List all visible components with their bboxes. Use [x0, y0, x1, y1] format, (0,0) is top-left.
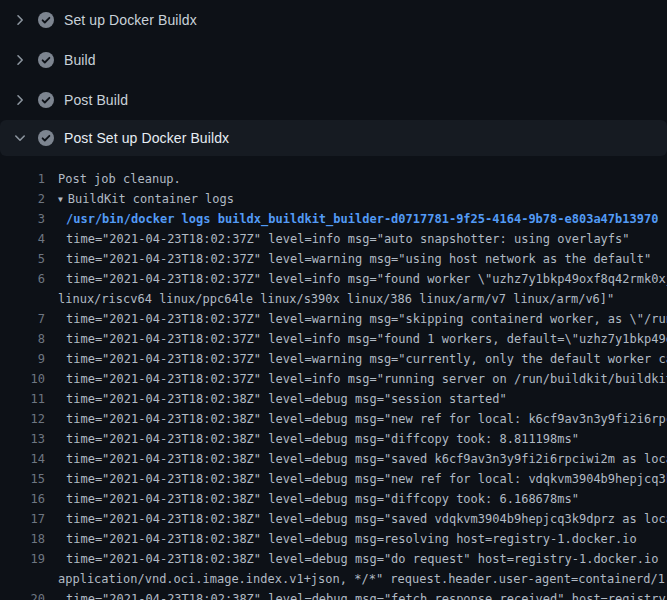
log-line-text: time="2021-04-23T18:02:37Z" level=warnin… [45, 309, 667, 329]
step-header-post-set-up-docker-buildx[interactable]: Post Set up Docker Buildx [0, 120, 667, 156]
log-line-text: time="2021-04-23T18:02:38Z" level=debug … [45, 449, 667, 469]
log-line-11: 11 time="2021-04-23T18:02:38Z" level=deb… [0, 389, 667, 409]
log-line-content: time="2021-04-23T18:02:37Z" level=warnin… [66, 252, 651, 266]
log-line-content: time="2021-04-23T18:02:38Z" level=debug … [66, 592, 667, 600]
log-line-wrap: linux/riscv64 linux/ppc64le linux/s390x … [0, 289, 667, 309]
log-area: 1 Post job cleanup. 2 ▼BuildKit containe… [0, 156, 667, 600]
log-line-text: linux/riscv64 linux/ppc64le linux/s390x … [45, 289, 614, 309]
chevron-down-icon[interactable] [12, 130, 28, 146]
log-line-text: time="2021-04-23T18:02:38Z" level=debug … [45, 589, 667, 600]
log-line-text: application/vnd.oci.image.index.v1+json,… [45, 569, 667, 589]
log-line-4: 4 time="2021-04-23T18:02:37Z" level=info… [0, 229, 667, 249]
log-line-number[interactable]: 1 [0, 169, 45, 189]
step-header-set-up-docker-buildx[interactable]: Set up Docker Buildx [0, 0, 667, 40]
log-line-text: time="2021-04-23T18:02:37Z" level=warnin… [45, 249, 651, 269]
log-line-number[interactable]: 16 [0, 489, 45, 509]
log-line-13: 13 time="2021-04-23T18:02:38Z" level=deb… [0, 429, 667, 449]
log-line-content: time="2021-04-23T18:02:37Z" level=info m… [66, 332, 667, 346]
log-line-12: 12 time="2021-04-23T18:02:38Z" level=deb… [0, 409, 667, 429]
log-line-text: /usr/bin/docker logs buildx_buildkit_bui… [45, 209, 658, 229]
log-line-text: time="2021-04-23T18:02:38Z" level=debug … [45, 549, 667, 569]
log-line-number[interactable]: 10 [0, 369, 45, 389]
log-line-content: application/vnd.oci.image.index.v1+json,… [58, 572, 667, 586]
check-circle-icon [38, 92, 54, 108]
log-line-number[interactable]: 18 [0, 529, 45, 549]
log-line-text: time="2021-04-23T18:02:38Z" level=debug … [45, 509, 667, 529]
chevron-right-icon[interactable] [12, 12, 28, 28]
check-circle-icon [38, 12, 54, 28]
log-line-number[interactable]: 20 [0, 589, 45, 600]
log-line-text: time="2021-04-23T18:02:38Z" level=debug … [45, 429, 579, 449]
log-line-number[interactable]: 3 [0, 209, 45, 229]
log-line-number[interactable]: 19 [0, 549, 45, 569]
steps-list: Set up Docker Buildx Build P [0, 0, 667, 156]
log-line-number[interactable]: 17 [0, 509, 45, 529]
log-line-text: time="2021-04-23T18:02:37Z" level=warnin… [45, 349, 667, 369]
chevron-right-icon[interactable] [12, 52, 28, 68]
log-line-19: 19 time="2021-04-23T18:02:38Z" level=deb… [0, 549, 667, 569]
log-line-wrap: application/vnd.oci.image.index.v1+json,… [0, 569, 667, 589]
log-line-number[interactable]: 13 [0, 429, 45, 449]
log-line-7: 7 time="2021-04-23T18:02:37Z" level=warn… [0, 309, 667, 329]
log-line-number[interactable]: 4 [0, 229, 45, 249]
log-line-5: 5 time="2021-04-23T18:02:37Z" level=warn… [0, 249, 667, 269]
log-line-content: linux/riscv64 linux/ppc64le linux/s390x … [58, 292, 614, 306]
step-label: Post Set up Docker Buildx [64, 130, 229, 146]
log-line-text: time="2021-04-23T18:02:38Z" level=debug … [45, 389, 507, 409]
check-circle-icon [38, 130, 54, 146]
log-line-content: time="2021-04-23T18:02:37Z" level=info m… [66, 272, 667, 286]
log-line-10: 10 time="2021-04-23T18:02:37Z" level=inf… [0, 369, 667, 389]
step-label: Build [64, 52, 96, 68]
log-line-content: time="2021-04-23T18:02:38Z" level=debug … [66, 512, 667, 526]
log-line-content: time="2021-04-23T18:02:37Z" level=warnin… [66, 352, 667, 366]
log-line-content: Post job cleanup. [58, 172, 181, 186]
log-line-text: time="2021-04-23T18:02:38Z" level=debug … [45, 409, 667, 429]
log-line-text: ▼BuildKit container logs [45, 189, 234, 209]
log-line-14: 14 time="2021-04-23T18:02:38Z" level=deb… [0, 449, 667, 469]
log-line-text: time="2021-04-23T18:02:37Z" level=info m… [45, 369, 667, 389]
log-line-number[interactable]: 7 [0, 309, 45, 329]
step-header-post-build[interactable]: Post Build [0, 80, 667, 120]
log-line-number[interactable]: 15 [0, 469, 45, 489]
log-line-number[interactable] [0, 289, 45, 309]
log-line-content: BuildKit container logs [68, 192, 234, 206]
group-collapse-triangle-icon[interactable]: ▼ [58, 195, 63, 204]
log-line-number[interactable]: 9 [0, 349, 45, 369]
log-line-text: time="2021-04-23T18:02:37Z" level=info m… [45, 329, 667, 349]
log-line-number[interactable]: 8 [0, 329, 45, 349]
log-line-18: 18 time="2021-04-23T18:02:38Z" level=deb… [0, 529, 667, 549]
log-line-number[interactable]: 2 [0, 189, 45, 209]
log-line-number[interactable] [0, 569, 45, 589]
log-line-number[interactable]: 14 [0, 449, 45, 469]
log-line-2: 2 ▼BuildKit container logs [0, 189, 667, 209]
step-header-build[interactable]: Build [0, 40, 667, 80]
log-line-number[interactable]: 6 [0, 269, 45, 289]
log-line-17: 17 time="2021-04-23T18:02:38Z" level=deb… [0, 509, 667, 529]
log-line-content: /usr/bin/docker logs buildx_buildkit_bui… [66, 212, 658, 226]
log-line-content: time="2021-04-23T18:02:38Z" level=debug … [66, 472, 667, 486]
step-label: Post Build [64, 92, 128, 108]
log-line-text: time="2021-04-23T18:02:38Z" level=debug … [45, 489, 579, 509]
log-line-number[interactable]: 5 [0, 249, 45, 269]
log-line-3: 3 /usr/bin/docker logs buildx_buildkit_b… [0, 209, 667, 229]
log-line-content: time="2021-04-23T18:02:38Z" level=debug … [66, 452, 667, 466]
log-line-content: time="2021-04-23T18:02:38Z" level=debug … [66, 432, 579, 446]
log-line-number[interactable]: 11 [0, 389, 45, 409]
step-label: Set up Docker Buildx [64, 12, 197, 28]
log-line-content: time="2021-04-23T18:02:38Z" level=debug … [66, 492, 579, 506]
chevron-right-icon[interactable] [12, 92, 28, 108]
log-line-content: time="2021-04-23T18:02:38Z" level=debug … [66, 552, 667, 566]
log-line-text: Post job cleanup. [45, 169, 181, 189]
log-line-20: 20 time="2021-04-23T18:02:38Z" level=deb… [0, 589, 667, 600]
log-line-text: time="2021-04-23T18:02:38Z" level=debug … [45, 469, 667, 489]
log-line-9: 9 time="2021-04-23T18:02:37Z" level=warn… [0, 349, 667, 369]
log-line-content: time="2021-04-23T18:02:38Z" level=debug … [66, 532, 637, 546]
log-line-16: 16 time="2021-04-23T18:02:38Z" level=deb… [0, 489, 667, 509]
log-line-content: time="2021-04-23T18:02:37Z" level=info m… [66, 372, 667, 386]
log-line-text: time="2021-04-23T18:02:37Z" level=info m… [45, 229, 630, 249]
log-line-number[interactable]: 12 [0, 409, 45, 429]
log-line-content: time="2021-04-23T18:02:37Z" level=warnin… [66, 312, 667, 326]
log-line-text: time="2021-04-23T18:02:38Z" level=debug … [45, 529, 637, 549]
log-line-text: time="2021-04-23T18:02:37Z" level=info m… [45, 269, 667, 289]
log-line-content: time="2021-04-23T18:02:38Z" level=debug … [66, 392, 507, 406]
